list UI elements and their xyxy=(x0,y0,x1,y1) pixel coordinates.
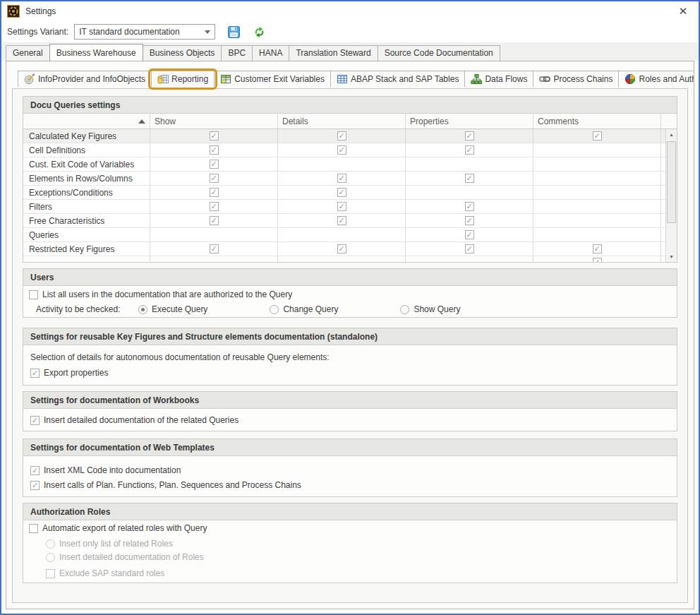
cell-properties xyxy=(406,186,533,199)
free-characteristics-details-checkbox[interactable] xyxy=(337,216,346,225)
cell-definitions-show-checkbox[interactable] xyxy=(210,145,219,155)
activity-to-be-checked-label: Activity to be checked: xyxy=(36,304,138,314)
calculated-key-figures-show-checkbox[interactable] xyxy=(210,131,219,141)
free-characteristics-properties-checkbox[interactable] xyxy=(465,216,474,225)
subtab-process-chains[interactable]: Process Chains xyxy=(533,71,619,87)
insert-plan-calls-checkbox[interactable] xyxy=(30,481,40,490)
change-query-radio[interactable] xyxy=(270,305,279,314)
subtab-customer-exit-variables[interactable]: Customer Exit Variables xyxy=(214,71,331,87)
calculated-key-figures-details-checkbox[interactable] xyxy=(337,131,346,141)
elements-in-rows-columns-show-checkbox[interactable] xyxy=(210,174,219,183)
column-header-comments[interactable]: Comments xyxy=(533,114,661,129)
cell-comments xyxy=(533,228,661,241)
sap-table-icon xyxy=(337,73,348,85)
insert-xml-code-checkbox[interactable] xyxy=(30,466,40,475)
row-label: Cell Definitions xyxy=(23,143,150,157)
tab-bpc[interactable]: BPC xyxy=(221,45,253,61)
subtab-data-flows[interactable]: Data Flows xyxy=(464,71,533,87)
insert-xml-code-label: Insert XML Code into documentation xyxy=(44,465,181,475)
vertical-scrollbar[interactable]: ▲ ▼ xyxy=(665,129,677,262)
subtab-label: Roles and Authorizations xyxy=(639,74,694,84)
scroll-up-button[interactable]: ▲ xyxy=(666,129,677,140)
tab-business-warehouse[interactable]: Business Warehouse xyxy=(49,44,143,61)
column-header-details[interactable]: Details xyxy=(278,114,406,129)
table-row-partial[interactable] xyxy=(23,256,665,262)
tab-hana[interactable]: HANA xyxy=(252,45,289,61)
close-button[interactable]: ✕ xyxy=(668,1,699,21)
table-row-calculated-key-figures[interactable]: Calculated Key Figures xyxy=(23,129,665,143)
subtab-abap-stack-and-sap-tables[interactable]: ABAP Stack and SAP Tables xyxy=(330,71,465,87)
tab-source-code-documentation[interactable]: Source Code Documentation xyxy=(378,45,500,61)
column-header-properties[interactable]: Properties xyxy=(406,114,533,129)
subtab-infoprovider-and-infoobjects[interactable]: InfoProvider and InfoObjects xyxy=(18,71,152,87)
settings-variant-value: IT standard documentation xyxy=(79,27,202,37)
table-row-restricted-key-figures[interactable]: Restricted Key Figures xyxy=(23,242,665,256)
cell-comments xyxy=(533,242,661,256)
web-templates-section-title: Settings for documentation of Web Templa… xyxy=(23,439,677,456)
app-logo-icon xyxy=(7,5,20,18)
subtab-label: Process Chains xyxy=(553,74,612,84)
scrollbar-thumb[interactable] xyxy=(667,141,676,223)
docu-queries-table-body: Calculated Key FiguresCell DefinitionsCu… xyxy=(23,129,677,262)
show-query-radio[interactable] xyxy=(400,305,409,314)
tab-translation-steward[interactable]: Translation Steward xyxy=(289,45,378,61)
restricted-key-figures-details-checkbox[interactable] xyxy=(337,244,346,253)
business-warehouse-page: InfoProvider and InfoObjectsReportingCus… xyxy=(6,61,694,609)
filters-show-checkbox[interactable] xyxy=(210,202,219,211)
tab-business-objects[interactable]: Business Objects xyxy=(143,45,222,61)
restricted-key-figures-comments-checkbox[interactable] xyxy=(593,244,602,253)
title-bar: Settings ✕ xyxy=(1,1,699,21)
exceptions-conditions-details-checkbox[interactable] xyxy=(337,188,346,197)
tab-general[interactable]: General xyxy=(6,45,50,61)
reporting-panel: Docu Queries settings ShowDetailsPropert… xyxy=(12,88,688,603)
docu-queries-section: Docu Queries settings ShowDetailsPropert… xyxy=(23,96,677,263)
export-properties-checkbox[interactable] xyxy=(30,369,40,378)
cell-details xyxy=(278,214,406,227)
execute-query-radio[interactable] xyxy=(138,305,147,314)
column-header-show[interactable]: Show xyxy=(150,114,278,129)
automatic-export-roles-checkbox[interactable] xyxy=(29,524,38,533)
table-row-elements-in-rows-columns[interactable]: Elements in Rows/Columns xyxy=(23,172,665,186)
table-row-exceptions-conditions[interactable]: Exceptions/Conditions xyxy=(23,186,665,200)
settings-variant-toolbar: Settings Variant: IT standard documentat… xyxy=(1,21,699,42)
combobox-dropdown-arrow-icon[interactable] xyxy=(205,30,210,34)
insert-detailed-documentation-of-roles-label: Insert detailed documentation of Roles xyxy=(59,552,204,562)
free-characteristics-show-checkbox[interactable] xyxy=(210,216,219,225)
elements-in-rows-columns-properties-checkbox[interactable] xyxy=(465,174,474,183)
refresh-button[interactable] xyxy=(252,25,266,39)
table-row-free-characteristics[interactable]: Free Characteristics xyxy=(23,214,665,228)
row-label: Calculated Key Figures xyxy=(23,129,150,143)
insert-detailed-queries-checkbox[interactable] xyxy=(30,416,40,425)
settings-variant-combobox[interactable]: IT standard documentation xyxy=(74,24,215,40)
subtab-reporting[interactable]: Reporting xyxy=(151,71,215,87)
calculated-key-figures-comments-checkbox[interactable] xyxy=(593,131,602,141)
cell-details xyxy=(278,200,406,213)
filters-properties-checkbox[interactable] xyxy=(465,202,474,211)
restricted-key-figures-show-checkbox[interactable] xyxy=(210,244,219,253)
insert-plan-calls-label: Insert calls of Plan. Functions, Plan. S… xyxy=(44,480,301,490)
cell-show xyxy=(150,172,278,185)
table-row-queries[interactable]: Queries xyxy=(23,228,665,242)
restricted-key-figures-properties-checkbox[interactable] xyxy=(465,244,474,253)
list-all-users-checkbox[interactable] xyxy=(29,290,38,299)
exceptions-conditions-show-checkbox[interactable] xyxy=(210,188,219,197)
elements-in-rows-columns-details-checkbox[interactable] xyxy=(337,174,346,183)
row-label-column-header[interactable] xyxy=(23,114,150,129)
table-row-cell-definitions[interactable]: Cell Definitions xyxy=(23,143,665,157)
save-button[interactable] xyxy=(227,25,241,39)
cust-exit-code-of-variables-show-checkbox[interactable] xyxy=(210,160,219,169)
roles-pie-icon xyxy=(624,73,636,85)
cell-definitions-details-checkbox[interactable] xyxy=(337,145,346,155)
subtab-roles-and-authorizations[interactable]: Roles and Authorizations xyxy=(618,71,694,87)
partial-row-comments-checkbox[interactable] xyxy=(593,258,602,262)
cell-properties xyxy=(406,157,533,171)
filters-details-checkbox[interactable] xyxy=(337,202,346,211)
table-row-filters[interactable]: Filters xyxy=(23,200,665,214)
reporting-cylinder-icon xyxy=(157,73,169,85)
scroll-down-button[interactable]: ▼ xyxy=(666,251,677,262)
table-row-cust-exit-code-of-variables[interactable]: Cust. Exit Code of Variables xyxy=(23,157,665,172)
calculated-key-figures-properties-checkbox[interactable] xyxy=(465,131,474,141)
cell-definitions-properties-checkbox[interactable] xyxy=(465,145,474,155)
queries-properties-checkbox[interactable] xyxy=(465,230,474,239)
cell-show xyxy=(150,157,278,171)
